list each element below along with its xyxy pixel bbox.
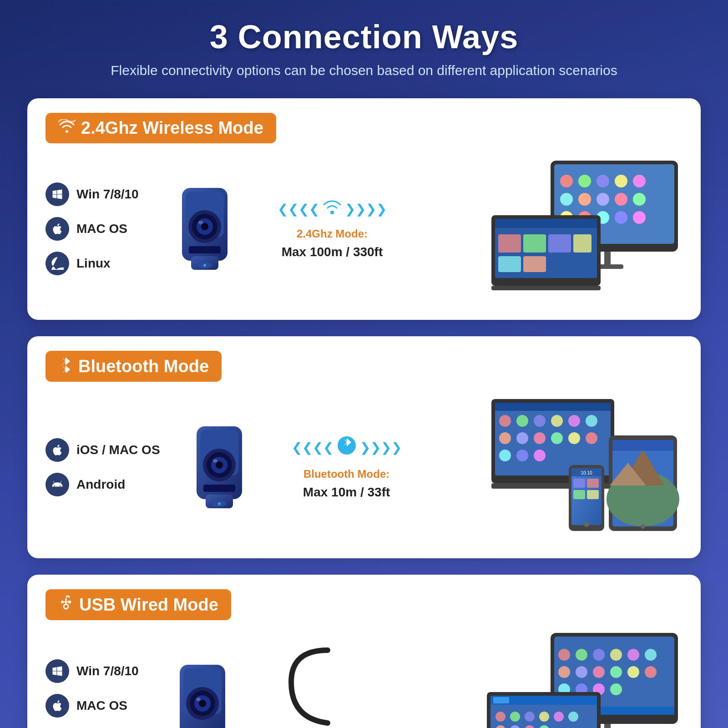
svg-rect-38 <box>573 234 592 253</box>
svg-rect-56 <box>495 403 611 411</box>
bluetooth-header-icon <box>58 356 73 376</box>
wireless-card-header: 2.4Ghz Wireless Mode <box>46 113 276 143</box>
svg-point-113 <box>610 649 622 661</box>
svg-point-121 <box>645 666 657 678</box>
svg-point-16 <box>597 175 609 187</box>
usb-device-area <box>155 651 255 728</box>
usb-scanner-svg <box>166 651 243 728</box>
os-item-macos-usb: MAC OS <box>46 694 146 718</box>
svg-point-114 <box>627 649 639 661</box>
usb-os-list: Win 7/8/10 MAC OS Linux <box>46 659 146 728</box>
svg-rect-39 <box>498 256 521 272</box>
os-item-linux: Linux <box>46 252 146 275</box>
svg-rect-89 <box>612 440 673 451</box>
svg-point-52 <box>218 502 221 505</box>
svg-point-63 <box>499 432 511 444</box>
page-container: 3 Connection Ways Flexible connectivity … <box>0 0 728 728</box>
svg-rect-37 <box>548 234 571 253</box>
svg-point-68 <box>586 432 597 444</box>
bluetooth-connection-visual: ❮❮❮❮ ❯❯❯❯ Bluetooth Mode: Max 10m / 33ft <box>278 435 415 500</box>
svg-point-137 <box>539 712 549 722</box>
wireless-connection-visual: ❮❮❮❮ ❯❯❯❯ 2.4Ghz Mode: Max 100m / 330ft <box>264 199 400 259</box>
os-label-windows-usb: Win 7/8/10 <box>76 664 139 678</box>
svg-point-23 <box>633 193 646 206</box>
os-label-android: Android <box>76 477 125 492</box>
svg-point-48 <box>213 459 217 463</box>
svg-point-110 <box>558 649 570 661</box>
svg-point-15 <box>578 175 591 187</box>
bluetooth-os-list: iOS / MAC OS Android <box>46 438 160 496</box>
bluetooth-devices: 10:10 <box>415 394 682 540</box>
usb-cable-visual: USB Wired Mode: Max 1.2M <box>264 646 391 728</box>
svg-point-28 <box>633 211 646 224</box>
linux-icon <box>46 252 69 275</box>
usb-title: USB Wired Mode <box>79 595 218 615</box>
svg-point-19 <box>560 193 573 206</box>
os-item-macos: MAC OS <box>46 217 146 241</box>
svg-rect-50 <box>203 485 235 492</box>
svg-rect-41 <box>491 286 601 290</box>
svg-point-120 <box>627 666 639 678</box>
svg-point-138 <box>554 712 564 722</box>
svg-rect-81 <box>587 490 599 499</box>
os-label-windows: Win 7/8/10 <box>76 187 139 202</box>
svg-point-17 <box>615 175 627 187</box>
svg-point-21 <box>597 193 609 206</box>
svg-rect-35 <box>498 234 521 253</box>
os-item-android: Android <box>46 473 160 496</box>
usb-card: USB Wired Mode Win 7/8/10 MAC OS <box>27 575 701 728</box>
bluetooth-card: Bluetooth Mode iOS / MAC OS Android <box>27 336 701 558</box>
bluetooth-mode-label: Bluetooth Mode: <box>303 468 389 480</box>
svg-rect-29 <box>604 252 611 265</box>
wifi-icon <box>58 119 76 137</box>
svg-point-57 <box>499 415 511 427</box>
svg-point-65 <box>534 432 546 444</box>
wireless-title: 2.4Ghz Wireless Mode <box>81 118 263 138</box>
windows-icon-usb <box>46 659 69 683</box>
svg-point-70 <box>516 450 528 461</box>
svg-rect-80 <box>573 490 585 499</box>
svg-point-71 <box>534 450 546 461</box>
svg-point-125 <box>610 683 622 695</box>
wireless-body: Win 7/8/10 MAC OS Linux <box>46 156 682 302</box>
apple-icon-usb <box>46 694 69 718</box>
wireless-range-label: Max 100m / 330ft <box>282 245 383 259</box>
bluetooth-range-label: Max 10m / 33ft <box>303 485 390 500</box>
svg-text:10:10: 10:10 <box>581 470 592 475</box>
wireless-devices-svg <box>487 156 682 302</box>
svg-point-69 <box>499 450 511 461</box>
svg-rect-79 <box>587 479 599 488</box>
svg-point-66 <box>551 432 563 444</box>
svg-point-102 <box>196 698 201 701</box>
apple-icon <box>46 217 69 241</box>
svg-point-90 <box>641 524 645 529</box>
svg-point-94 <box>61 601 64 603</box>
os-item-ios: iOS / MAC OS <box>46 438 160 462</box>
page-subtitle: Flexible connectivity options can be cho… <box>27 63 701 78</box>
svg-point-62 <box>586 415 597 427</box>
usb-cable-svg <box>282 646 373 728</box>
svg-point-112 <box>593 649 605 661</box>
svg-rect-78 <box>573 479 585 488</box>
svg-point-118 <box>593 666 605 678</box>
svg-point-18 <box>633 175 646 187</box>
svg-point-64 <box>516 432 528 444</box>
usb-body: Win 7/8/10 MAC OS Linux <box>46 633 682 728</box>
svg-rect-95 <box>68 601 71 603</box>
svg-point-10 <box>203 264 206 267</box>
svg-point-115 <box>645 649 657 661</box>
svg-point-27 <box>615 211 627 224</box>
os-label-linux-1: Linux <box>76 256 111 271</box>
bluetooth-device-area <box>169 417 269 517</box>
windows-icon <box>46 182 69 206</box>
svg-point-58 <box>516 415 528 427</box>
usb-card-header: USB Wired Mode <box>46 589 231 620</box>
wireless-scanner-svg <box>168 179 241 279</box>
bluetooth-title: Bluetooth Mode <box>78 357 209 376</box>
bluetooth-scanner-svg <box>183 417 256 517</box>
svg-point-101 <box>199 700 206 707</box>
wireless-devices <box>400 156 682 302</box>
svg-point-116 <box>558 666 570 678</box>
svg-point-47 <box>216 461 223 469</box>
bluetooth-arrows: ❮❮❮❮ ❯❯❯❯ <box>292 435 402 460</box>
